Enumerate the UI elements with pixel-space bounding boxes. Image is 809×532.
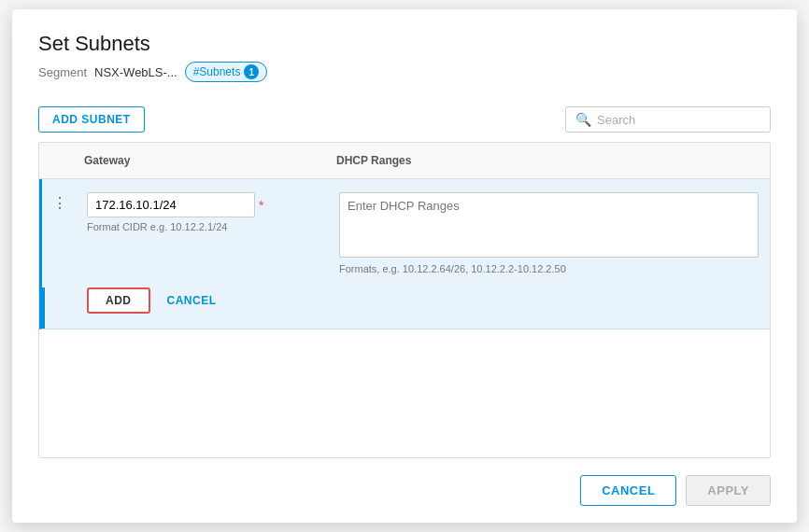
- cancel-footer-button[interactable]: CANCEL: [580, 475, 676, 506]
- gateway-cell: * Format CIDR e.g. 10.12.2.1/24: [76, 179, 328, 287]
- cancel-row-button[interactable]: CANCEL: [160, 289, 224, 312]
- row-action-menu[interactable]: ⋮: [42, 179, 76, 287]
- badge-count: 1: [244, 64, 259, 79]
- subnets-table: Gateway DHCP Ranges ⋮ * Format CIDR e.g.…: [38, 142, 771, 458]
- gateway-format-hint: Format CIDR e.g. 10.12.2.1/24: [87, 221, 317, 232]
- toolbar: ADD SUBNET 🔍: [12, 97, 797, 142]
- row-buttons: ADD CANCEL: [76, 287, 770, 329]
- required-star: *: [259, 198, 263, 213]
- modal-subtitle: Segment NSX-WebLS-... #Subnets 1: [38, 62, 771, 82]
- col-gateway: Gateway: [73, 150, 325, 171]
- segment-label: Segment: [38, 65, 87, 79]
- segment-name: NSX-WebLS-...: [94, 65, 177, 79]
- gateway-input-wrapper: *: [87, 192, 317, 217]
- add-row-button[interactable]: ADD: [87, 287, 150, 314]
- add-subnet-button[interactable]: ADD SUBNET: [38, 106, 145, 133]
- dots-icon[interactable]: ⋮: [52, 194, 66, 212]
- search-input[interactable]: [597, 113, 760, 127]
- dhcp-cell: Formats, e.g. 10.12.2.64/26, 10.12.2.2-1…: [328, 179, 770, 287]
- gateway-input[interactable]: [87, 192, 255, 217]
- table-header: Gateway DHCP Ranges: [39, 143, 770, 179]
- set-subnets-modal: Set Subnets Segment NSX-WebLS-... #Subne…: [12, 9, 797, 523]
- subnets-badge[interactable]: #Subnets 1: [185, 62, 268, 82]
- search-icon: 🔍: [575, 112, 591, 127]
- apply-button[interactable]: APPLY: [686, 475, 771, 506]
- col-dhcp: DHCP Ranges: [325, 150, 770, 171]
- modal-header: Set Subnets Segment NSX-WebLS-... #Subne…: [12, 9, 797, 97]
- dhcp-ranges-input[interactable]: [339, 192, 759, 258]
- table-row-editing: ⋮ * Format CIDR e.g. 10.12.2.1/24 Format…: [39, 179, 770, 329]
- search-box: 🔍: [565, 106, 771, 133]
- dhcp-format-hint: Formats, e.g. 10.12.2.64/26, 10.12.2.2-1…: [339, 263, 759, 274]
- modal-footer: CANCEL APPLY: [12, 458, 797, 523]
- badge-label: #Subnets: [193, 65, 241, 78]
- modal-title: Set Subnets: [38, 32, 771, 56]
- col-actions: [39, 150, 73, 171]
